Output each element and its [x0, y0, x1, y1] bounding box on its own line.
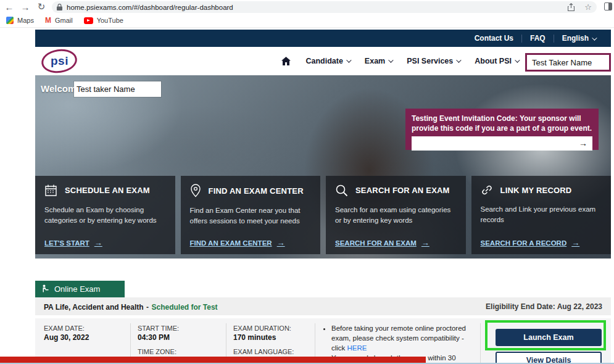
- home-icon[interactable]: [281, 57, 291, 65]
- action-cards: SCHEDULE AN EXAM Schedule an Exam by cho…: [35, 176, 611, 254]
- user-name-box[interactable]: Test Taker Name: [525, 53, 611, 72]
- card-title: SCHEDULE AN EXAM: [65, 186, 150, 195]
- field-exam-date: EXAM DATE: Aug 30, 2022: [44, 325, 89, 342]
- chevron-down-icon: [456, 57, 461, 62]
- maps-icon: [6, 17, 14, 24]
- card-find-center[interactable]: FIND AN EXAM CENTER Find an Exam Center …: [181, 176, 321, 254]
- logo-text: psi: [51, 54, 68, 68]
- submit-arrow-icon[interactable]: →: [579, 138, 587, 148]
- nav-item-psi-services[interactable]: PSI Services: [407, 57, 460, 65]
- link-icon: [481, 184, 493, 196]
- card-body: Search for an exam using categories or b…: [335, 205, 457, 225]
- search-for-record-link[interactable]: SEARCH FOR A RECORD→: [481, 238, 602, 247]
- bookmark-label: Gmail: [55, 17, 73, 24]
- card-search-exam[interactable]: SEARCH FOR AN EXAM Search for an exam us…: [326, 176, 466, 254]
- site-topbar: Contact Us FAQ English: [35, 30, 611, 47]
- card-body: Search and Link your previous exam recor…: [481, 204, 602, 225]
- lock-icon: [57, 4, 62, 10]
- card-title: FIND AN EXAM CENTER: [209, 186, 304, 196]
- eligibility-end-date: Eligibility End Date: Aug 22, 2023: [486, 302, 602, 311]
- bookmark-label: YouTube: [97, 17, 123, 24]
- exam-status: Scheduled for Test: [151, 303, 217, 312]
- exam-title: PA Life, Accident and Health: [44, 303, 144, 312]
- invitation-code-panel: Testing Event Invitation Code: Your spon…: [405, 109, 599, 150]
- location-pin-icon: [190, 184, 201, 197]
- gmail-icon: M: [45, 16, 51, 25]
- divider: [480, 323, 481, 364]
- card-title: SEARCH FOR AN EXAM: [355, 186, 450, 195]
- card-title: LINK MY RECORD: [500, 186, 572, 195]
- side-panel-icon[interactable]: [604, 2, 612, 10]
- lets-start-link[interactable]: LET'S START→: [44, 238, 166, 247]
- system-check-link[interactable]: HERE: [347, 344, 367, 352]
- field-start-time: START TIME: 04:30 PM: [138, 325, 179, 342]
- nav-item-about-psi[interactable]: About PSI: [475, 57, 518, 65]
- chevron-down-icon: [388, 57, 393, 62]
- back-icon[interactable]: ←: [2, 0, 16, 14]
- psi-logo[interactable]: psi: [40, 49, 78, 73]
- main-navbar: psi Candidate Exam PSI Services About PS…: [35, 47, 611, 75]
- chevron-down-icon: [346, 57, 351, 62]
- hero-banner: Welcome Test taker Name Testing Event In…: [35, 75, 611, 259]
- contact-us-link[interactable]: Contact Us: [467, 34, 521, 43]
- tab-label: Online Exam: [54, 284, 100, 294]
- url-text: home.psiexams.com/#/dashboard/regular-da…: [67, 4, 568, 11]
- card-link-record[interactable]: LINK MY RECORD Search and Link your prev…: [471, 176, 612, 254]
- logo-ellipse: psi: [40, 47, 79, 75]
- user-name-overlay: Test taker Name: [74, 81, 161, 97]
- forward-icon[interactable]: →: [19, 0, 32, 14]
- share-icon[interactable]: [568, 3, 575, 11]
- url-bar[interactable]: home.psiexams.com/#/dashboard/regular-da…: [52, 1, 597, 13]
- card-body: Find an Exam Center near you that offers…: [190, 205, 312, 226]
- arrow-right-icon: →: [571, 238, 579, 247]
- bookmark-label: Maps: [17, 17, 34, 24]
- screen: ← → ↻ home.psiexams.com/#/dashboard/regu…: [0, 0, 614, 364]
- view-details-button[interactable]: View Details: [496, 352, 602, 364]
- note-item: Before taking your remote online proctor…: [331, 323, 476, 353]
- arrow-right-icon: →: [277, 238, 285, 247]
- language-selector[interactable]: English: [554, 34, 604, 43]
- chevron-down-icon: [592, 35, 597, 40]
- launch-exam-button[interactable]: Launch Exam: [496, 329, 602, 346]
- faq-link[interactable]: FAQ: [522, 34, 554, 43]
- chevron-down-icon: [515, 57, 520, 62]
- nav-item-candidate[interactable]: Candidate: [305, 57, 349, 65]
- bookmarks-bar: Maps M Gmail YouTube: [0, 14, 614, 28]
- youtube-icon: [84, 17, 93, 24]
- card-schedule-exam[interactable]: SCHEDULE AN EXAM Schedule an Exam by cho…: [35, 176, 175, 254]
- person-desk-icon: [41, 284, 49, 294]
- tab-online-exam[interactable]: Online Exam: [35, 281, 125, 297]
- reload-icon[interactable]: ↻: [35, 0, 48, 14]
- bookmark-youtube[interactable]: YouTube: [84, 17, 123, 24]
- find-exam-center-link[interactable]: FIND AN EXAM CENTER→: [190, 238, 312, 247]
- invitation-code-input[interactable]: [412, 136, 592, 151]
- arrow-right-icon: →: [421, 238, 429, 247]
- arrow-right-icon: →: [94, 238, 102, 247]
- nav-item-exam[interactable]: Exam: [365, 57, 392, 65]
- search-for-exam-link[interactable]: SEARCH FOR AN EXAM→: [335, 238, 457, 247]
- calendar-icon: [44, 184, 57, 197]
- field-exam-duration: EXAM DURATION: 170 minutes: [233, 325, 291, 342]
- browser-chrome: ← → ↻ home.psiexams.com/#/dashboard/regu…: [0, 0, 614, 14]
- bookmark-maps[interactable]: Maps: [6, 17, 34, 24]
- bookmark-star-icon[interactable]: ☆: [584, 2, 592, 12]
- card-body: Schedule an Exam by choosing categories …: [44, 205, 166, 225]
- invitation-code-text: Testing Event Invitation Code: Your spon…: [412, 114, 592, 133]
- search-icon: [335, 184, 348, 197]
- nav-items: Candidate Exam PSI Services About PSI: [281, 47, 518, 75]
- bookmark-gmail[interactable]: M Gmail: [45, 16, 73, 25]
- exam-header-row: PA Life, Accident and Health - Scheduled…: [35, 297, 611, 315]
